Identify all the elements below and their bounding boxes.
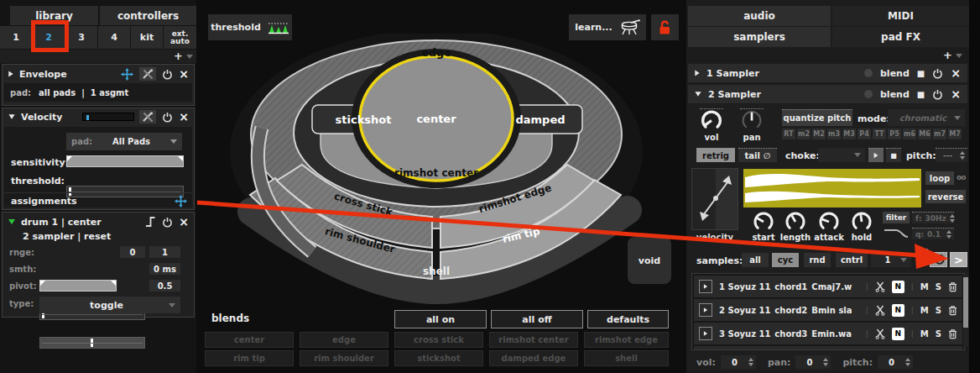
close-icon[interactable]: × (179, 216, 189, 228)
interval-TT[interactable]: TT (873, 129, 886, 139)
bank-tab-3[interactable]: 3 (65, 26, 97, 49)
solo-square-icon[interactable]: ■ (917, 69, 925, 78)
blend-toggle-rim-shoulder[interactable]: rim shoulder (300, 350, 388, 366)
interval-P4[interactable]: P4 (858, 129, 871, 139)
bank-tab-1[interactable]: 1 (0, 26, 32, 49)
sample-row[interactable]: 2 Soyuz 11_chord2_Bmin sla | N | M S (694, 299, 962, 321)
normalize-button[interactable]: N (892, 328, 904, 340)
solo-button[interactable]: S (936, 306, 941, 315)
blend-toggle-rimshot-edge[interactable]: rimshot edge (584, 332, 669, 348)
add-sampler-button[interactable]: + (943, 50, 952, 60)
close-icon[interactable]: × (951, 88, 961, 100)
close-icon[interactable]: × (179, 111, 189, 123)
pivot-slider[interactable] (39, 337, 145, 349)
mute-button[interactable]: M (920, 329, 929, 339)
blends-all-off-button[interactable]: all off (491, 310, 583, 328)
samples-mode-cyc-selected[interactable]: cyc (772, 253, 799, 267)
assignment-header[interactable]: drum 1 | center × (3, 213, 194, 231)
footer-vol-stepper[interactable]: 0 (721, 355, 756, 369)
mute-button[interactable]: M (920, 282, 929, 292)
samples-mode-cntrl[interactable]: cntrl (836, 253, 868, 267)
rnge-min-box[interactable]: 0 (120, 246, 145, 258)
waveform-display[interactable] (743, 169, 921, 208)
bank-tab-4[interactable]: 4 (98, 26, 130, 49)
filter-freq-stepper[interactable]: f: 30Hz (912, 212, 954, 223)
blend-label[interactable]: blend (880, 68, 910, 79)
footer-pan-stepper[interactable]: 0 (795, 355, 831, 369)
stepper-arrows-icon[interactable] (748, 358, 756, 366)
blend-toggle-cross-stick[interactable]: cross stick (394, 332, 483, 348)
blends-defaults-button[interactable]: defaults (587, 310, 669, 328)
tab-midi[interactable]: MIDI (832, 6, 969, 26)
tail-button[interactable]: tail ∅ (738, 148, 777, 162)
rnge-slider[interactable] (39, 280, 117, 292)
sampler-2-header[interactable]: 2 Sampler blend ■ × (688, 85, 967, 103)
collapse-triangle-icon[interactable] (695, 92, 701, 96)
sample-row[interactable]: 4 Soyuz 11_chord4_B min.w | N | M S (694, 346, 962, 350)
pan-knob[interactable] (740, 108, 764, 132)
stepper-arrows-icon[interactable] (823, 358, 831, 366)
add-module-caret-icon[interactable] (186, 55, 193, 59)
interval-m3[interactable]: m3 (827, 129, 841, 139)
sample-play-button[interactable] (699, 280, 712, 293)
sample-play-button[interactable] (699, 327, 712, 340)
tab-audio[interactable]: audio (688, 6, 831, 26)
samples-reload-button[interactable] (930, 252, 947, 267)
interval-m7[interactable]: m7 (933, 129, 946, 139)
mute-assign-icon[interactable] (139, 110, 156, 123)
power-icon[interactable] (162, 217, 173, 228)
power-icon[interactable] (162, 69, 173, 80)
attack-knob[interactable] (818, 211, 840, 233)
scissors-icon[interactable] (875, 305, 885, 316)
samples-next-button[interactable]: > (950, 252, 967, 267)
stepper-arrows-icon[interactable] (950, 214, 957, 223)
start-knob[interactable] (753, 211, 774, 233)
tab-pad-fx[interactable]: pad FX (832, 27, 969, 47)
interval-P5[interactable]: P5 (888, 129, 901, 139)
sample-row[interactable]: 3 Soyuz 11_chord3_Emin.wa | N | M S (694, 323, 962, 344)
blend-toggle-edge[interactable]: edge (300, 332, 388, 348)
blend-toggle-shell[interactable]: shell (584, 350, 669, 366)
stepper-arrows-icon[interactable] (946, 230, 954, 239)
solo-button[interactable]: S (936, 282, 941, 292)
blend-toggle-damped-edge[interactable]: damped edge (489, 350, 578, 366)
scissors-icon[interactable] (875, 281, 885, 292)
samples-mode-rnd[interactable]: rnd (804, 253, 831, 267)
solo-square-icon[interactable]: ■ (917, 90, 925, 99)
assignments-row[interactable]: assignments (4, 192, 192, 209)
normalize-button[interactable]: N (892, 304, 904, 317)
reverse-button[interactable]: reverse (925, 190, 966, 203)
vol-knob[interactable] (700, 108, 723, 132)
stepper-arrows-icon[interactable] (905, 358, 913, 366)
sensitivity-slider[interactable] (66, 155, 184, 167)
loop-button[interactable]: loop (925, 171, 954, 185)
filter-q-stepper[interactable]: q: 0.1 (912, 228, 954, 239)
pad-zone-void[interactable]: void (628, 237, 671, 284)
trash-icon[interactable] (948, 328, 957, 339)
blend-toggle-center[interactable]: center (205, 332, 294, 348)
choke-stop-button[interactable]: ■ (886, 148, 901, 162)
footer-pitch-stepper[interactable]: 0 (878, 355, 913, 369)
interval-M6[interactable]: M6 (918, 129, 931, 139)
length-knob[interactable] (785, 211, 806, 233)
filter-curve-icon[interactable] (883, 228, 910, 239)
close-icon[interactable]: × (951, 67, 961, 79)
loop-infinity-icon[interactable]: oo (957, 173, 965, 181)
bank-tab-2-selected[interactable]: 2 (33, 26, 65, 49)
mode-select[interactable]: chromatic (888, 109, 965, 126)
power-icon[interactable] (162, 112, 173, 123)
solo-button[interactable]: S (936, 329, 941, 339)
blends-all-on-button[interactable]: all on (394, 310, 487, 328)
blend-toggle-rim-tip[interactable]: rim tip (205, 350, 294, 366)
samples-mode-all[interactable]: all (742, 253, 769, 267)
tab-library[interactable]: library (10, 6, 98, 25)
filter-button[interactable]: filter (883, 212, 910, 223)
expand-triangle-icon[interactable] (8, 71, 13, 76)
trash-icon[interactable] (948, 305, 957, 316)
envelope-header[interactable]: Envelope × (3, 65, 194, 83)
retrig-button[interactable]: retrig (696, 148, 735, 162)
bank-tab-kit[interactable]: kit (131, 26, 163, 49)
sample-play-button[interactable] (699, 303, 712, 317)
stepper-arrows-icon[interactable] (960, 151, 967, 160)
scrollbar-thumb[interactable] (963, 277, 968, 328)
